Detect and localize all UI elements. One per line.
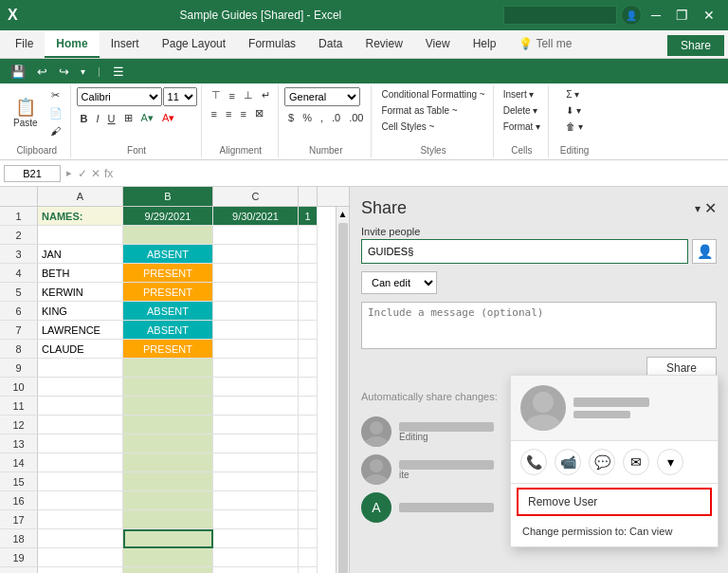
cell-b2[interactable]: [123, 226, 213, 245]
row-header-4[interactable]: 4: [0, 264, 38, 283]
cell-b8[interactable]: PRESENT: [123, 340, 213, 359]
remove-user-button[interactable]: Remove User: [517, 488, 712, 516]
tab-help[interactable]: Help: [462, 31, 508, 58]
cell-c17[interactable]: [213, 510, 299, 529]
cell-d3[interactable]: [299, 245, 318, 264]
cell-a11[interactable]: [38, 397, 123, 416]
cell-d10[interactable]: [299, 378, 318, 397]
align-left-button[interactable]: ≡: [208, 106, 221, 121]
underline-button[interactable]: U: [104, 111, 119, 126]
cell-b4[interactable]: PRESENT: [123, 264, 213, 283]
format-painter-button[interactable]: 🖌: [46, 123, 66, 139]
cell-d19[interactable]: [299, 548, 318, 567]
format-as-table-button[interactable]: Format as Table ~: [377, 103, 461, 118]
cell-c12[interactable]: [213, 416, 299, 434]
cell-b6[interactable]: ABSENT: [123, 302, 213, 321]
tab-tell-me[interactable]: 💡 Tell me: [507, 31, 583, 58]
row-header-19[interactable]: 19: [0, 548, 38, 567]
autosum-button[interactable]: Σ ▾: [562, 87, 583, 102]
cell-b14[interactable]: [123, 453, 213, 472]
popup-email-button[interactable]: ✉: [623, 449, 649, 475]
cell-a17[interactable]: [38, 510, 123, 529]
cell-reference-input[interactable]: [4, 165, 61, 182]
cell-a1[interactable]: NAMES:: [38, 207, 123, 226]
bold-button[interactable]: B: [77, 111, 92, 126]
undo-button[interactable]: ↩: [34, 64, 50, 80]
row-header-1[interactable]: 1: [0, 207, 38, 226]
cell-c2[interactable]: [213, 226, 299, 245]
cell-c4[interactable]: [213, 264, 299, 283]
cell-a15[interactable]: [38, 472, 123, 491]
tab-view[interactable]: View: [414, 31, 462, 58]
share-close-button[interactable]: ✕: [704, 199, 717, 217]
cell-a16[interactable]: [38, 491, 123, 510]
popup-phone-button[interactable]: 📞: [520, 449, 547, 475]
align-middle-button[interactable]: ≡: [226, 88, 239, 103]
cell-d2[interactable]: [299, 226, 318, 245]
comma-button[interactable]: ,: [317, 110, 327, 125]
redo-button[interactable]: ↪: [56, 64, 72, 80]
cell-b13[interactable]: [123, 434, 213, 453]
tab-formulas[interactable]: Formulas: [237, 31, 307, 58]
row-header-14[interactable]: 14: [0, 453, 38, 472]
row-header-13[interactable]: 13: [0, 434, 38, 453]
cell-d9[interactable]: [299, 359, 318, 378]
align-center-button[interactable]: ≡: [222, 106, 235, 121]
paste-button[interactable]: 📋 Paste: [8, 96, 44, 131]
cell-b11[interactable]: [123, 397, 213, 416]
font-size-select[interactable]: 11: [163, 87, 197, 106]
cell-a14[interactable]: [38, 453, 123, 472]
merge-button[interactable]: ⊠: [251, 105, 267, 121]
cell-a20[interactable]: [38, 567, 123, 573]
cell-c14[interactable]: [213, 453, 299, 472]
cell-styles-button[interactable]: Cell Styles ~: [377, 120, 438, 134]
cell-d20[interactable]: [299, 567, 318, 573]
cell-d12[interactable]: [299, 416, 318, 434]
cell-a4[interactable]: BETH: [38, 264, 123, 283]
cell-c16[interactable]: [213, 491, 299, 510]
cell-c11[interactable]: [213, 397, 299, 416]
restore-button[interactable]: ❐: [670, 7, 694, 24]
vertical-scrollbar[interactable]: ▲ ▼: [336, 207, 349, 573]
change-permission-button[interactable]: Change permission to: Can view: [511, 520, 718, 546]
cell-d14[interactable]: [299, 453, 318, 472]
minimize-button[interactable]: ─: [646, 7, 666, 24]
scroll-thumb[interactable]: [338, 223, 348, 573]
tab-review[interactable]: Review: [354, 31, 413, 58]
cell-b7[interactable]: ABSENT: [123, 321, 213, 340]
cell-a9[interactable]: [38, 359, 123, 378]
row-header-17[interactable]: 17: [0, 510, 38, 529]
currency-button[interactable]: $: [284, 110, 298, 125]
row-header-6[interactable]: 6: [0, 302, 38, 321]
row-header-11[interactable]: 11: [0, 397, 38, 416]
cell-a12[interactable]: [38, 416, 123, 434]
wrap-text-button[interactable]: ↵: [258, 87, 274, 103]
touch-mode-button[interactable]: ☰: [110, 64, 127, 80]
italic-button[interactable]: I: [93, 111, 103, 126]
cell-a5[interactable]: KERWIN: [38, 283, 123, 302]
cell-b20[interactable]: [123, 567, 213, 573]
cell-c19[interactable]: [213, 548, 299, 567]
formula-input[interactable]: [117, 166, 724, 181]
address-book-button[interactable]: 👤: [692, 239, 717, 264]
cell-c6[interactable]: [213, 302, 299, 321]
cell-a7[interactable]: LAWRENCE: [38, 321, 123, 340]
cell-a19[interactable]: [38, 548, 123, 567]
search-input[interactable]: [503, 6, 617, 25]
message-textarea[interactable]: [361, 302, 717, 349]
cell-b10[interactable]: [123, 378, 213, 397]
row-header-5[interactable]: 5: [0, 283, 38, 302]
align-right-button[interactable]: ≡: [236, 106, 249, 121]
cell-d5[interactable]: [299, 283, 318, 302]
cell-c13[interactable]: [213, 434, 299, 453]
cell-d13[interactable]: [299, 434, 318, 453]
row-header-7[interactable]: 7: [0, 321, 38, 340]
cell-b17[interactable]: [123, 510, 213, 529]
insert-button[interactable]: Insert ▾: [500, 87, 538, 102]
tab-data[interactable]: Data: [307, 31, 354, 58]
col-header-c[interactable]: C: [213, 187, 299, 206]
cell-a13[interactable]: [38, 434, 123, 453]
cell-c20[interactable]: [213, 567, 299, 573]
cell-c3[interactable]: [213, 245, 299, 264]
cell-c9[interactable]: [213, 359, 299, 378]
